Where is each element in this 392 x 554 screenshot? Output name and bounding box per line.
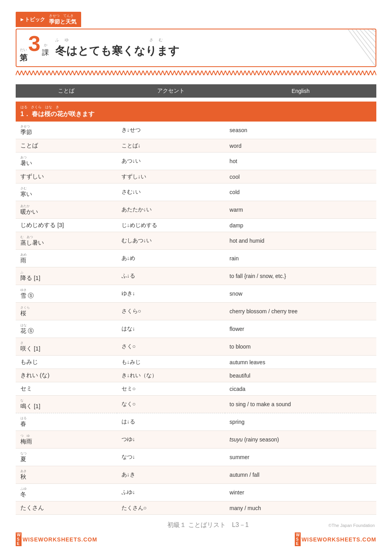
english-cell: to sing / to make a sound	[225, 396, 376, 413]
english-cell: hot and humid	[225, 232, 376, 250]
accent-cell: さくら○	[117, 303, 225, 320]
word-cell: なつ夏	[16, 449, 117, 466]
table-row: あたか暖かい あたたか↓い warm	[16, 201, 376, 219]
lesson-title: 冬はとても寒くなります	[55, 44, 180, 58]
accent-cell: あつ↓い	[117, 153, 225, 170]
table-row: ふゆ冬 ふゆ↓ winter	[16, 484, 376, 501]
table-row: はな花 ⓢ はな↓ flower	[16, 320, 376, 338]
word-cell: はな花 ⓢ	[16, 320, 117, 338]
footer: 初級１ ことばリスト L3－1 ©The Japan Foundation	[16, 521, 376, 529]
english-cell: rain	[225, 250, 376, 267]
word-cell: さむ寒い	[16, 183, 117, 201]
word-cell: ゆき雪 ⓢ	[16, 285, 117, 303]
accent-cell: き↓れい（な）	[117, 369, 225, 382]
section-header: はる さくら はな き 1． 春は桜の花が咲きます	[16, 102, 376, 122]
table-row: じめじめする [3] じ↓めじめする damp	[16, 219, 376, 232]
svg-line-2	[356, 29, 376, 54]
svg-line-3	[360, 29, 376, 48]
english-cell: to bloom	[225, 338, 376, 356]
table-row: さくら桜 さくら○ cherry blossom / cherry tree	[16, 303, 376, 320]
table-row: つ ゆ梅雨 つゆ↓ tsuyu (rainy season)	[16, 431, 376, 449]
accent-cell: ふゆ↓	[117, 484, 225, 501]
footer-copyright: ©The Japan Foundation	[328, 523, 375, 528]
accent-cell: セミ○	[117, 382, 225, 396]
english-cell: autumn / fall	[225, 466, 376, 484]
accent-cell: ふ↓る	[117, 267, 225, 285]
ka-furi: か	[44, 43, 47, 48]
word-cell: あめ雨	[16, 250, 117, 267]
word-cell: つ ゆ梅雨	[16, 431, 117, 449]
watermarks: WSE WISEWORKSHEETS.COM WSE WISEWORKSHEET…	[16, 532, 376, 546]
svg-line-6	[372, 29, 376, 32]
watermark-right: WISEWORKSHEETS.COM	[301, 536, 376, 543]
english-cell: cicada	[225, 382, 376, 396]
word-cell: な鳴く [1]	[16, 396, 117, 413]
word-cell: セミ	[16, 382, 117, 396]
english-cell: autumn leaves	[225, 356, 376, 369]
table-row: ことば ことば↓ word	[16, 139, 376, 153]
word-cell: じめじめする [3]	[16, 219, 117, 232]
word-cell: む あつ蒸し暑い	[16, 232, 117, 250]
word-cell: ふゆ冬	[16, 484, 117, 501]
english-cell: summer	[225, 449, 376, 466]
lesson-title-furi: ふゆ さむ	[55, 37, 180, 43]
accent-cell: はな↓	[117, 320, 225, 338]
english-cell: cold	[225, 183, 376, 201]
topic-label: ►トピック	[20, 16, 45, 23]
dai-char: 第	[20, 53, 27, 63]
word-cell: さ咲く [1]	[16, 338, 117, 356]
table-row: はる春 は↓る spring	[16, 413, 376, 431]
svg-line-0	[348, 29, 376, 66]
accent-cell: ゆき↓	[117, 285, 225, 303]
vocab-table: ことば アクセント English はる さくら はな き 1． 春は桜の花が咲…	[16, 84, 376, 515]
english-cell: season	[225, 122, 376, 139]
table-row: あつ暑い あつ↓い hot	[16, 153, 376, 170]
accent-cell: じ↓めじめする	[117, 219, 225, 232]
table-row: さむ寒い さむ↓い cold	[16, 183, 376, 201]
table-row: ゆき雪 ⓢ ゆき↓ snow	[16, 285, 376, 303]
word-cell: もみじ	[16, 356, 117, 369]
word-cell: さくら桜	[16, 303, 117, 320]
accent-cell: つゆ↓	[117, 431, 225, 449]
table-row: たくさん たくさん○ many / much	[16, 501, 376, 515]
table-row: きれい (な) き↓れい（な） beautiful	[16, 369, 376, 382]
topic-furi: きせつ てんき	[49, 13, 74, 18]
col-header-english: English	[225, 84, 376, 98]
accent-cell: むしあつ↓い	[117, 232, 225, 250]
accent-cell: さむ↓い	[117, 183, 225, 201]
table-row: もみじ も↓みじ autumn leaves	[16, 356, 376, 369]
word-cell: ことば	[16, 139, 117, 153]
english-cell: cherry blossom / cherry tree	[225, 303, 376, 320]
accent-cell: あ↓き	[117, 466, 225, 484]
word-cell: きれい (な)	[16, 369, 117, 382]
accent-cell: さく○	[117, 338, 225, 356]
english-cell: word	[225, 139, 376, 153]
english-cell: tsuyu (rainy season)	[225, 431, 376, 449]
lesson-header: だい 第 3 か 課 ふゆ さむ 冬はとても寒くなります	[16, 29, 376, 67]
accent-cell: も↓みじ	[117, 356, 225, 369]
table-row: む あつ蒸し暑い むしあつ↓い hot and humid	[16, 232, 376, 250]
ka-char: 課	[42, 48, 49, 57]
table-row: さ咲く [1] さく○ to bloom	[16, 338, 376, 356]
dai-furi: だい	[20, 47, 27, 53]
word-cell: あき秋	[16, 466, 117, 484]
col-header-kotoba: ことば	[16, 84, 117, 98]
accent-cell: き↓せつ	[117, 122, 225, 139]
footer-title: 初級１ ことばリスト L3－1	[88, 521, 328, 529]
word-cell: ふ降る [1]	[16, 267, 117, 285]
english-cell: beautiful	[225, 369, 376, 382]
english-cell: warm	[225, 201, 376, 219]
accent-cell: あ↓め	[117, 250, 225, 267]
english-cell: damp	[225, 219, 376, 232]
table-row: な鳴く [1] なく○ to sing / to make a sound	[16, 396, 376, 413]
english-cell: spring	[225, 413, 376, 431]
word-cell: あつ暑い	[16, 153, 117, 170]
english-cell: winter	[225, 484, 376, 501]
table-row: セミ セミ○ cicada	[16, 382, 376, 396]
topic-title: 季節と天気	[49, 18, 76, 25]
word-cell: あたか暖かい	[16, 201, 117, 219]
table-row: あめ雨 あ↓め rain	[16, 250, 376, 267]
watermark-left: WISEWORKSHEETS.COM	[22, 536, 97, 543]
accent-cell: なつ↓	[117, 449, 225, 466]
word-cell: すずしい	[16, 170, 117, 183]
